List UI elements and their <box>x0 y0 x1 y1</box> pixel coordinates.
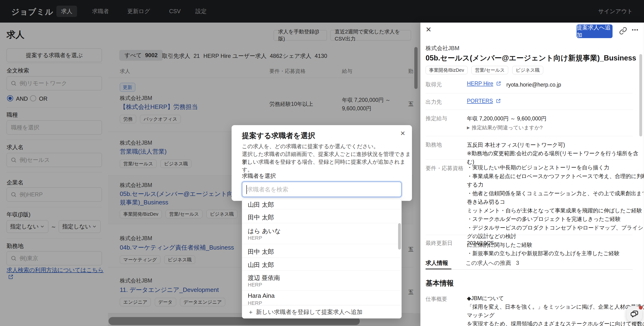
candidate-option[interactable]: 山田 太郎 <box>248 261 274 269</box>
dropdown-scrollbar-thumb[interactable] <box>398 223 401 250</box>
modal-title: 提案する求職者を選択 <box>242 131 315 141</box>
modal-description-line: 新しい求職者を登録する場合、登録と同時に提案求人が追加されます。 <box>242 158 412 174</box>
source-link[interactable]: HERP Hire <box>467 80 501 87</box>
location-value: 五反田 本社オフィス(リモートワーク可) <box>467 141 565 149</box>
candidate-option[interactable]: 田中 太郎 <box>248 213 274 222</box>
detail-company: 株式会社JBM <box>426 45 460 52</box>
requirements-label: 要件・応募資格 <box>426 165 464 172</box>
divider <box>242 270 402 271</box>
source-label: 取得元 <box>426 81 442 88</box>
candidate-option[interactable]: 田中 太郎 <box>248 248 274 256</box>
candidate-select-label: 求職者を選択 <box>242 172 276 180</box>
estimated-salary-label: 推定給与 <box>426 115 447 122</box>
caret-right-icon: ▶ <box>467 126 470 130</box>
detail-title: 05b.セールス(メンバー@エージェント向け新規事業)_Business <box>426 53 636 63</box>
candidate-org: HERP <box>248 235 262 241</box>
location-label: 勤務地 <box>426 141 442 148</box>
output-label: 出力先 <box>426 98 442 106</box>
more-menu-icon[interactable]: ••• <box>632 27 638 33</box>
divider <box>242 244 402 244</box>
tag: ビジネス職 <box>512 66 543 74</box>
salary-feedback-toggle[interactable]: ▶推定結果が間違っていますか? <box>467 124 542 131</box>
text-cursor <box>246 185 247 194</box>
copy-link-icon[interactable] <box>619 27 627 35</box>
job-detail-drawer: ✕ 提案求人へ追加 ••• 株式会社JBM 05b.セールス(メンバー@エージェ… <box>420 23 644 326</box>
source-email: ryota.horie@herp.co.jp <box>506 80 561 89</box>
candidate-option[interactable]: 渡辺 亜依南 <box>248 274 280 282</box>
drawer-scrollbar-track <box>643 23 643 326</box>
chat-notification-dot <box>639 306 642 309</box>
drawer-tab-job-info[interactable]: 求人情報 <box>426 259 448 267</box>
tag: 事業開発/BizDev <box>426 66 468 74</box>
divider <box>242 290 402 290</box>
drawer-close-icon[interactable]: ✕ <box>426 26 432 33</box>
tab-divider <box>426 269 633 270</box>
candidate-dropdown: 山田 太郎 田中 太郎 はら あいな HERP 田中 太郎 山田 太郎 渡辺 亜… <box>242 199 402 318</box>
divider <box>426 110 633 110</box>
candidate-option[interactable]: Hara Aina <box>248 292 274 299</box>
estimated-salary-value: 年収 7,200,000円 ～ 9,600,000円 <box>467 114 546 123</box>
job-overview-label: 仕事概要 <box>426 295 447 303</box>
add-to-proposed-jobs-button[interactable]: 提案求人へ追加 <box>576 25 612 38</box>
divider <box>242 258 402 258</box>
output-link[interactable]: PORTERS <box>467 98 501 104</box>
select-candidate-modal: 提案する求職者を選択 ✕ この求人を、どの求職者に提案するか選んでください。 選… <box>232 125 412 201</box>
divider <box>426 136 633 136</box>
chat-icon <box>630 309 639 318</box>
modal-close-icon[interactable]: ✕ <box>400 130 406 137</box>
job-overview-value: ◆JBMについて 「採用を変え、日本を強く。」をミッションに掲げ、企業と人材の最… <box>467 294 644 326</box>
external-link-icon <box>496 81 501 86</box>
candidate-org: HERP <box>248 282 262 288</box>
detail-tags: 事業開発/BizDev 営業/セールス ビジネス職 <box>426 66 546 74</box>
divider <box>426 93 633 93</box>
drawer-tab-recommendations[interactable]: この求人への推薦 3 <box>466 259 519 267</box>
candidate-option[interactable]: はら あいな <box>248 227 281 235</box>
external-link-icon <box>496 98 501 103</box>
divider <box>242 209 402 209</box>
last-updated-label: 最終更新日 <box>426 239 452 247</box>
candidate-search-input[interactable] <box>242 182 402 197</box>
last-updated-value: 2024/10/25 <box>467 239 494 247</box>
plus-icon: ＋ <box>248 308 254 316</box>
modal-description-line: この求人を、どの求職者に提案するか選んでください。 <box>242 142 379 150</box>
basic-info-heading: 基本情報 <box>426 278 454 288</box>
candidate-option[interactable]: 山田 太郎 <box>248 201 274 209</box>
add-new-candidate-button[interactable]: ＋ 新しい求職者を登録して提案求人へ追加 <box>242 305 402 318</box>
divider <box>426 159 633 160</box>
tag: 営業/セールス <box>471 66 508 74</box>
drawer-scrollbar-thumb[interactable] <box>639 54 642 136</box>
